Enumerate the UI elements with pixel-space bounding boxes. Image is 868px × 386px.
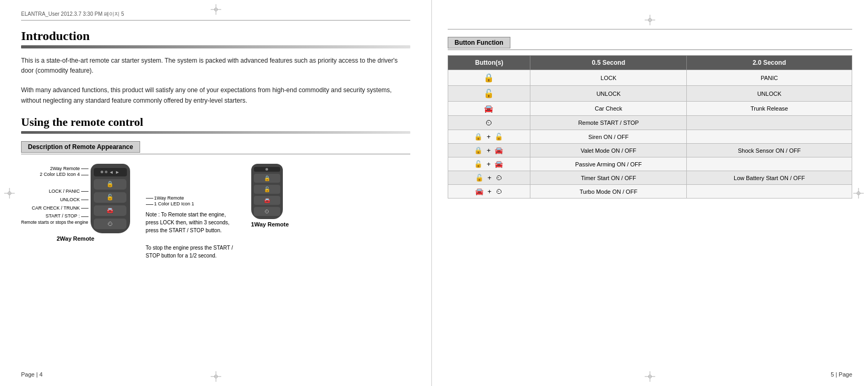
btn1-timer-icon: ⏲: [264, 209, 270, 214]
row-05sec: LOCK: [530, 70, 687, 86]
btn1-start: ⏲: [254, 207, 280, 216]
table-row: 🔒 + 🚘Valet Mode ON / OFFShock Sensor ON …: [448, 144, 852, 157]
btn-start-stop: ⏲: [94, 219, 126, 229]
arrow-right: ►: [115, 170, 120, 175]
page-number-right: 5 | Page: [831, 371, 852, 378]
subsection-header: Description of Remote Appearance: [21, 141, 140, 153]
right-page: Button Function Button(s) 0.5 Second 2.0…: [432, 0, 868, 386]
btn1-unlock: 🔓: [254, 185, 280, 194]
btn-unlock: 🔓: [94, 192, 126, 203]
btn-func-section: Button Function: [448, 37, 852, 50]
arrow-left: ◄: [109, 170, 114, 175]
crosshair-bottom-left: [211, 371, 221, 382]
2way-wrap: 2Way Remote 2 Color LED Icon 4 LOCK / PA…: [21, 164, 130, 233]
led1: [101, 171, 103, 173]
car-icon: 🚘: [106, 207, 114, 214]
col-buttons: Button(s): [448, 56, 530, 70]
col-20sec: 2.0 Second: [687, 56, 852, 70]
1way-display: [254, 167, 280, 172]
page-number-left: Page | 4: [21, 371, 43, 378]
btn1-lock-icon: 🔒: [264, 175, 270, 181]
1way-wrap: 🔒 🔓 🚘 ⏲: [251, 164, 289, 219]
lbl-lock-panic: LOCK / PANIC: [49, 189, 88, 195]
intro-para2: With many advanced functions, this produ…: [21, 85, 410, 105]
lbl-2way-led: 2Way Remote: [50, 166, 88, 172]
2way-remote-body: ◄ ► 🔒 🔓 🚘: [91, 164, 130, 233]
crosshair-left: [4, 188, 15, 199]
table-row: 🔒 + 🔓Siren ON / OFF: [448, 130, 852, 144]
btn1-lock: 🔒: [254, 174, 280, 183]
right-top-header: [448, 11, 852, 29]
table-row: 🚘Car CheckTrunk Release: [448, 102, 852, 116]
row-icon: 🔓 + 🚘: [448, 157, 530, 171]
row-20sec: [687, 116, 852, 130]
intro-title: Introduction: [21, 29, 410, 43]
remote-section-title: Using the remote control: [21, 115, 410, 129]
table-row: 🔓 + 🚘Passive Arming ON / OFF: [448, 157, 852, 171]
table-row: 🔓 + ⏲Timer Start ON / OFFLow Battery Sta…: [448, 171, 852, 185]
left-page: ELANTRA_User 2012.3.7 3:30 PM 페이지 5 Intr…: [0, 0, 432, 386]
crosshair-top-left: [211, 4, 221, 15]
lock-icon: 🔒: [106, 181, 114, 187]
led2: [105, 171, 107, 173]
row-20sec: [687, 130, 852, 144]
lbl-start-stop: START / STOP :: [45, 213, 88, 220]
row-20sec: PANIC: [687, 70, 852, 86]
btn1-car: 🚘: [254, 196, 280, 205]
table-row: ⏲Remote START / STOP: [448, 116, 852, 130]
button-function-table: Button(s) 0.5 Second 2.0 Second 🔒LOCKPAN…: [448, 55, 852, 199]
1way-remote-body: 🔒 🔓 🚘 ⏲: [251, 164, 283, 219]
crosshair-right: [853, 188, 864, 199]
row-05sec: Passive Arming ON / OFF: [530, 157, 687, 171]
col-05sec: 0.5 Second: [530, 56, 687, 70]
table-row: 🔓UNLOCKUNLOCK: [448, 86, 852, 102]
table-body: 🔒LOCKPANIC🔓UNLOCKUNLOCK🚘Car CheckTrunk R…: [448, 70, 852, 199]
row-05sec: Siren ON / OFF: [530, 130, 687, 144]
lbl-2color-led: 2 Color LED Icon 4: [40, 172, 88, 178]
row-05sec: Turbo Mode ON / OFF: [530, 185, 687, 199]
row-icon: 🔓 + ⏲: [448, 171, 530, 185]
btn-car: 🚘: [94, 205, 126, 216]
row-icon: 🚘 + ⏲: [448, 185, 530, 199]
row-05sec: Car Check: [530, 102, 687, 116]
lbl-start-stop-sub: Remote starts or stops the engine: [21, 220, 88, 225]
remote-2way-unit: 2Way Remote 2 Color LED Icon 4 LOCK / PA…: [21, 164, 130, 242]
btn-lock: 🔒: [94, 179, 126, 190]
timer-icon: ⏲: [107, 221, 113, 227]
row-icon: 🚘: [448, 102, 530, 116]
intro-para1: This is a state-of-the-art remote car st…: [21, 56, 410, 76]
row-icon: 🔓: [448, 86, 530, 102]
row-20sec: [687, 157, 852, 171]
btn1-car-icon: 🚘: [264, 197, 270, 203]
row-icon: 🔒 + 🔓: [448, 130, 530, 144]
row-20sec: Shock Sensor ON / OFF: [687, 144, 852, 157]
table-header-row: Button(s) 0.5 Second 2.0 Second: [448, 56, 852, 70]
caption-2way: 2Way Remote: [21, 235, 130, 242]
row-icon: 🔒: [448, 70, 530, 86]
row-icon: ⏲: [448, 116, 530, 130]
middle-note: 1Way Remote 1 Color LED Icon 1 Note : To…: [146, 195, 235, 260]
note-text: Note : To Remote start the engine, press…: [146, 211, 235, 234]
row-20sec: Low Battery Start ON / OFF: [687, 171, 852, 185]
led-1way: [265, 168, 268, 171]
row-20sec: Trunk Release: [687, 102, 852, 116]
table-row: 🔒LOCKPANIC: [448, 70, 852, 86]
unlock-icon: 🔓: [106, 194, 114, 201]
table-row: 🚘 + ⏲Turbo Mode ON / OFF: [448, 185, 852, 199]
row-05sec: Timer Start ON / OFF: [530, 171, 687, 185]
row-20sec: [687, 185, 852, 199]
lbl-1color-led: 1 Color LED Icon 1: [146, 201, 194, 207]
row-05sec: UNLOCK: [530, 86, 687, 102]
row-20sec: UNLOCK: [687, 86, 852, 102]
crosshair-bottom-right: [645, 371, 655, 382]
top-header-text: ELANTRA_User 2012.3.7 3:30 PM 페이지 5: [21, 11, 124, 17]
2way-display: ◄ ►: [94, 168, 127, 176]
remote-1way-unit: 🔒 🔓 🚘 ⏲ 1Way Remote: [251, 164, 289, 227]
row-05sec: Valet Mode ON / OFF: [530, 144, 687, 157]
row-icon: 🔒 + 🚘: [448, 144, 530, 157]
lbl-1way-remote: 1Way Remote: [146, 195, 184, 202]
btn-func-line: [448, 50, 852, 50]
btn-func-header: Button Function: [448, 37, 510, 48]
remote-title-bar: [21, 131, 410, 134]
remote-diagram: 2Way Remote 2 Color LED Icon 4 LOCK / PA…: [21, 164, 410, 260]
